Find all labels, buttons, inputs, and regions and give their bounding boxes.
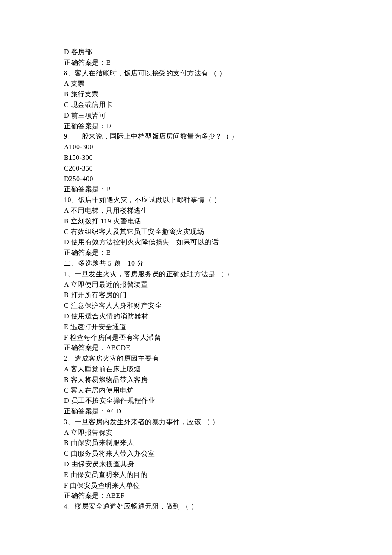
text-line: 10、饭店中如遇火灾，不应试做以下哪种事情（ ）: [64, 195, 328, 205]
text-line: 2、造成客房火灾的原因主要有: [64, 353, 328, 364]
text-line: 正确答案是：ACD: [64, 406, 328, 417]
text-line: 正确答案是：B: [64, 184, 328, 195]
text-line: 正确答案是：ABCDE: [64, 343, 328, 353]
text-line: B 打开所有客房的门: [64, 290, 328, 301]
text-line: D 由保安员来搜查其身: [64, 459, 328, 470]
text-line: F 由保安员查明来人单位: [64, 480, 328, 491]
text-line: D 使用有效方法控制火灾降低损失，如果可以的话: [64, 237, 328, 248]
text-line: C 有效组织客人及其它员工安全撤离火灾现场: [64, 227, 328, 237]
text-line: 正确答案是：D: [64, 121, 328, 132]
text-line: C 客人在房内使用电炉: [64, 385, 328, 396]
text-line: 8、客人在结账时，饭店可以接受的支付方法有 （ ）: [64, 68, 328, 79]
text-line: C 由服务员将来人带入办公室: [64, 448, 328, 459]
text-line: B 旅行支票: [64, 89, 328, 100]
text-line: B 客人将易燃物品带入客房: [64, 375, 328, 385]
text-line: C 现金或信用卡: [64, 100, 328, 110]
text-line: 二、多选题共 5 题，10 分: [64, 258, 328, 269]
text-line: C 注意保护客人人身和财产安全: [64, 301, 328, 311]
text-line: D 员工不按安全操作规程作业: [64, 396, 328, 406]
text-line: F 检查每个房间是否有客人滞留: [64, 332, 328, 343]
text-line: 9、一般来说，国际上中档型饭店房间数量为多少？（ ）: [64, 131, 328, 142]
text-line: A 立即使用最近的报警装置: [64, 280, 328, 290]
text-line: A 支票: [64, 78, 328, 89]
text-line: D 前三项皆可: [64, 110, 328, 121]
text-line: D 使用适合火情的消防器材: [64, 311, 328, 322]
text-line: C200-350: [64, 163, 328, 174]
text-line: D250-400: [64, 174, 328, 185]
text-line: B 立刻拨打 119 火警电话: [64, 216, 328, 227]
text-line: D 客房部: [64, 47, 328, 58]
text-line: B150-300: [64, 153, 328, 163]
text-line: E 迅速打开安全通道: [64, 322, 328, 332]
text-line: 3、一旦客房内发生外来者的暴力事件，应该 （ ）: [64, 417, 328, 428]
document-page: D 客房部正确答案是：B8、客人在结账时，饭店可以接受的支付方法有 （ ）A 支…: [0, 0, 392, 555]
text-line: 4、楼层安全通道处应畅通无阻，做到 （ ）: [64, 501, 328, 512]
text-line: 1、一旦发生火灾，客房服务员的正确处理方法是 （ ）: [64, 269, 328, 280]
text-line: 正确答案是：B: [64, 248, 328, 258]
text-line: A 不用电梯，只用楼梯逃生: [64, 205, 328, 216]
text-line: A 立即报告保安: [64, 428, 328, 438]
text-line: E 由保安员查明来人的目的: [64, 470, 328, 480]
text-line: B 由保安员来制服来人: [64, 438, 328, 448]
text-line: A 客人睡觉前在床上吸烟: [64, 364, 328, 375]
text-line: A100-300: [64, 142, 328, 153]
text-line: 正确答案是：ABEF: [64, 491, 328, 501]
text-line: 正确答案是：B: [64, 58, 328, 68]
